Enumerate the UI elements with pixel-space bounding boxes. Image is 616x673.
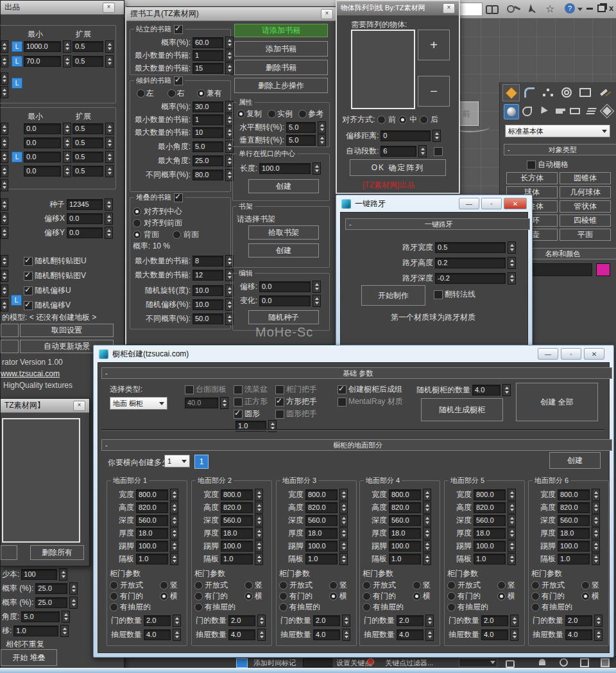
spinner[interactable] (170, 514, 178, 527)
spinner[interactable] (418, 145, 427, 157)
spinner[interactable] (62, 611, 70, 623)
tab-hierarchy[interactable] (540, 84, 556, 100)
search-input[interactable] (457, 3, 483, 16)
width-field[interactable]: 800.0 (305, 489, 338, 500)
spinner[interactable] (170, 489, 178, 501)
spinner[interactable] (594, 615, 603, 627)
maximize-viewport-icon[interactable] (601, 658, 610, 667)
shelf-field[interactable]: 1.0 (136, 554, 168, 564)
height-field[interactable]: 820.0 (389, 502, 421, 513)
rollout-basic-params[interactable]: -基础 参数 (101, 367, 612, 379)
help-caret-icon[interactable] (578, 8, 583, 11)
close-button[interactable]: x (609, 3, 613, 13)
left-panel-titlebar[interactable]: 出品 × (1, 1, 124, 15)
stub-spinner[interactable] (1, 270, 8, 282)
start-stack-button[interactable]: 开始 堆叠 (1, 649, 57, 666)
spinner[interactable] (594, 629, 603, 641)
front-radio[interactable] (173, 231, 181, 239)
with-door-radio[interactable] (363, 592, 371, 600)
spinner[interactable] (105, 227, 113, 239)
spinner[interactable] (255, 514, 263, 527)
offset-field[interactable]: 1.0 (13, 625, 58, 636)
spinner[interactable] (255, 540, 263, 552)
spinner[interactable] (423, 489, 431, 501)
tilted-diff-field[interactable]: 80.0 (193, 170, 223, 180)
square-handle-checkbox[interactable] (275, 398, 284, 406)
stacked-diff-field[interactable]: 50.0 (193, 313, 223, 324)
add-books-button[interactable]: 添加书籍 (234, 41, 328, 57)
spinner[interactable] (257, 615, 266, 627)
min-field[interactable]: 0.0 (24, 166, 61, 177)
vertical-radio[interactable] (244, 581, 253, 590)
horizontal-radio[interactable] (413, 592, 421, 600)
spinner[interactable] (220, 397, 228, 409)
category-shapes[interactable] (520, 104, 534, 118)
kick-field[interactable]: 100.0 (305, 541, 338, 552)
spinner[interactable] (105, 40, 114, 53)
minimize-button[interactable]: — (459, 198, 479, 209)
horizontal-radio[interactable] (581, 592, 590, 600)
align-front-radio[interactable] (377, 116, 386, 124)
spinner[interactable] (170, 553, 178, 565)
with-drawer-radio[interactable] (110, 603, 118, 611)
vertical-radio[interactable] (413, 581, 421, 590)
spinner[interactable] (423, 527, 431, 539)
spinner[interactable] (339, 540, 348, 552)
shelf-field[interactable]: 1.0 (389, 554, 421, 564)
with-drawer-radio[interactable] (363, 603, 371, 611)
align-mid-radio[interactable] (398, 116, 407, 124)
spinner[interactable] (339, 553, 348, 565)
with-drawer-radio[interactable] (531, 603, 540, 611)
align-front-radio[interactable] (133, 219, 141, 227)
open-style-radio[interactable] (531, 581, 540, 590)
button-box[interactable]: 长方体 (506, 172, 558, 184)
with-door-radio[interactable] (531, 592, 540, 600)
kick-field[interactable]: 100.0 (474, 541, 506, 552)
spinner[interactable] (105, 165, 114, 177)
spinner[interactable] (60, 625, 69, 637)
exp-field[interactable]: 0.5 (73, 56, 103, 67)
close-icon[interactable]: × (103, 3, 115, 13)
spinner[interactable] (592, 489, 600, 501)
horizontal-radio[interactable] (329, 592, 338, 600)
add-books-hint-button[interactable]: 请添加书籍 (234, 24, 328, 37)
reference-radio[interactable] (298, 110, 307, 118)
lock-icon[interactable] (506, 660, 515, 668)
vertical-radio[interactable] (497, 581, 506, 590)
stub-spinner[interactable] (1, 86, 8, 98)
door-count-field[interactable]: 2.0 (313, 615, 340, 626)
spinner[interactable] (508, 489, 516, 501)
hflip-field[interactable]: 5.0 (286, 122, 316, 133)
spinner[interactable] (425, 629, 434, 641)
curb-depth-field[interactable]: -0.2 (435, 273, 506, 284)
spinner[interactable] (63, 151, 71, 163)
spinner[interactable] (592, 553, 600, 565)
spinner[interactable] (508, 272, 516, 284)
remove-books-button[interactable]: 删除书籍 (234, 60, 328, 75)
tilted-maxangle-field[interactable]: 25.0 (193, 155, 223, 166)
spinner[interactable] (592, 527, 600, 539)
category-geometry[interactable] (504, 104, 519, 119)
open-style-radio[interactable] (110, 581, 118, 590)
spinner[interactable] (225, 37, 234, 49)
spinner[interactable] (170, 527, 178, 539)
spinner[interactable] (423, 502, 431, 514)
door-count-field[interactable]: 2.0 (228, 615, 255, 626)
zoom-icon[interactable] (560, 658, 568, 667)
vertical-radio[interactable] (160, 581, 168, 590)
vertical-radio[interactable] (329, 581, 338, 590)
tab-display[interactable] (577, 84, 593, 100)
spinner[interactable] (339, 527, 348, 539)
stub-spinner[interactable] (1, 198, 8, 211)
spinner[interactable] (342, 629, 350, 641)
spinner[interactable] (170, 540, 178, 552)
open-style-radio[interactable] (279, 581, 287, 590)
stub-spinner[interactable] (1, 40, 8, 53)
with-door-radio[interactable] (194, 592, 203, 600)
spinner[interactable] (508, 502, 516, 514)
height-field[interactable]: 820.0 (136, 502, 168, 513)
spinner[interactable] (508, 553, 516, 565)
cabinet-titlebar[interactable]: 橱柜创建(tzsucai.com) — ▫ ✕ (94, 345, 613, 362)
curb-width-field[interactable]: 0.5 (435, 242, 506, 253)
width-field[interactable]: 800.0 (474, 489, 506, 500)
